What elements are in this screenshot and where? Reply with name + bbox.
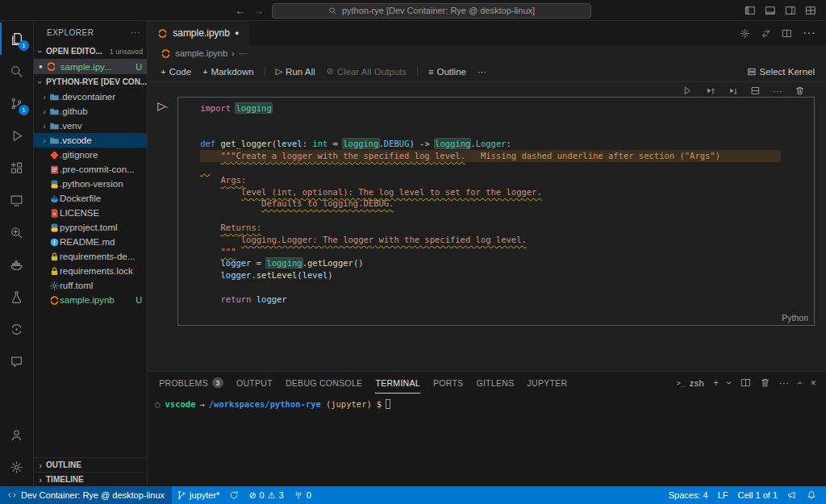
tree-item-.vscode[interactable]: ›.vscode — [34, 133, 147, 148]
more-actions-icon[interactable]: ··· — [773, 86, 782, 96]
tree-item-.github[interactable]: ›.github — [34, 104, 147, 119]
kill-terminal-icon[interactable] — [760, 377, 770, 388]
history-back-button[interactable]: ← — [235, 5, 245, 17]
select-kernel-button[interactable]: Select Kernel — [742, 65, 826, 78]
code-line-8[interactable]: level (int, optional): The log level to … — [200, 186, 814, 198]
more-actions-button[interactable]: ··· — [473, 65, 491, 78]
git-branch-status[interactable]: jupyter* — [172, 486, 224, 504]
compare-icon[interactable] — [761, 28, 771, 39]
tree-item-.venv[interactable]: ›.venv — [34, 119, 147, 133]
execute-below-icon[interactable] — [728, 85, 738, 96]
activity-item-run-and-debug[interactable] — [0, 119, 33, 152]
breadcrumb-more[interactable]: ··· — [239, 48, 248, 58]
tree-item-Dockerfile[interactable]: Dockerfile — [34, 191, 147, 206]
add-markdown-cell-button[interactable]: + Markdown — [198, 65, 259, 78]
breadcrumb-file[interactable]: sample.ipynb — [175, 48, 227, 58]
activity-item-accounts[interactable] — [0, 419, 33, 451]
remote-indicator[interactable]: Dev Container: Rye @ desktop-linux — [0, 486, 172, 504]
delete-cell-icon[interactable] — [795, 85, 805, 96]
panel-tab-ports[interactable]: PORTS — [433, 372, 463, 394]
activity-item-source-control[interactable]: 1 — [0, 87, 33, 119]
gear-icon[interactable] — [740, 28, 750, 39]
code-line-13[interactable]: """ — [200, 246, 814, 258]
code-line-2[interactable] — [200, 115, 814, 127]
tree-item-README.md[interactable]: README.md — [34, 235, 147, 249]
tree-item-requirements-de...[interactable]: requirements-de... — [34, 249, 147, 264]
code-line-7[interactable]: Args: — [200, 174, 814, 186]
workspace-header[interactable]: › PYTHON-RYE [DEV CON... — [34, 74, 147, 90]
ports-status[interactable]: 0 — [289, 486, 316, 504]
command-decoration-icon[interactable]: ○ — [155, 399, 160, 409]
open-editors-header[interactable]: › OPEN EDITO... 1 unsaved — [34, 44, 147, 59]
code-line-5[interactable]: """Create a logger with the specified lo… — [200, 150, 814, 162]
toggle-secondary-sidebar-icon[interactable] — [785, 5, 796, 16]
tree-item-sample.ipynb[interactable]: sample.ipynbU — [34, 293, 147, 307]
sync-changes-button[interactable] — [224, 486, 244, 504]
split-terminal-icon[interactable] — [740, 377, 751, 388]
more-actions-icon[interactable]: ··· — [803, 26, 816, 40]
cell-indicator[interactable]: Cell 1 of 1 — [732, 486, 782, 504]
tree-item-LICENSE[interactable]: LICENSE — [34, 206, 147, 220]
activity-item-explorer[interactable]: 1 — [0, 23, 33, 55]
run-by-line-icon[interactable] — [682, 85, 693, 96]
history-forward-button[interactable]: → — [253, 5, 264, 17]
tree-item-pyproject.toml[interactable]: pyproject.toml — [34, 220, 147, 235]
breadcrumb[interactable]: sample.ipynb › ··· — [148, 45, 826, 61]
run-cell-button[interactable]: ▷ › — [157, 100, 168, 111]
open-editor-item[interactable]: ● sample.ipy... U — [34, 59, 147, 74]
activity-item-gitlens[interactable] — [0, 216, 33, 248]
code-lines[interactable]: import loggingdef get_logger(level: int … — [178, 98, 814, 306]
add-code-cell-button[interactable]: + Code — [156, 65, 196, 78]
problems-status[interactable]: ⊘ 0 ⚠ 3 — [244, 486, 288, 504]
panel-tab-terminal[interactable]: TERMINAL — [375, 372, 420, 394]
more-actions-icon[interactable]: ··· — [131, 27, 141, 37]
code-line-10[interactable] — [200, 210, 814, 222]
code-line-12[interactable]: logging.Logger: The logger with the spec… — [200, 234, 814, 246]
tree-item-.pre-commit-con...[interactable]: .pre-commit-con... — [34, 162, 147, 177]
split-editor-icon[interactable] — [782, 28, 792, 39]
activity-item-docker[interactable] — [0, 248, 33, 281]
code-cell[interactable]: import loggingdef get_logger(level: int … — [177, 97, 815, 326]
customize-layout-icon[interactable] — [805, 5, 816, 16]
run-all-button[interactable]: ▷ Run All — [271, 65, 320, 78]
tab-sample-ipynb[interactable]: sample.ipynb ● — [148, 21, 248, 45]
cell-language-picker[interactable]: Python — [782, 313, 808, 323]
split-cell-icon[interactable] — [750, 85, 761, 96]
activity-item-testing[interactable] — [0, 281, 33, 313]
terminal-dropdown-icon[interactable]: › — [724, 381, 734, 384]
code-line-6[interactable] — [200, 162, 814, 174]
code-line-15[interactable]: logger.setLevel(level) — [200, 269, 814, 281]
code-line-11[interactable]: Returns: — [200, 222, 814, 234]
clear-all-outputs-button[interactable]: ⊘ Clear All Outputs — [322, 65, 412, 78]
code-line-3[interactable] — [200, 127, 814, 139]
code-line-9[interactable]: Defaults to logging.DEBUG. — [200, 198, 814, 210]
tree-item-requirements.lock[interactable]: requirements.lock — [34, 264, 147, 278]
tree-item-.gitignore[interactable]: .gitignore — [34, 148, 147, 162]
announcement-button[interactable] — [782, 486, 802, 504]
activity-item-search[interactable] — [0, 55, 33, 87]
toggle-sidebar-icon[interactable] — [745, 5, 756, 16]
activity-item-settings[interactable] — [0, 451, 33, 483]
code-line-16[interactable] — [200, 281, 814, 294]
activity-item-comments[interactable] — [0, 345, 33, 377]
close-panel-icon[interactable]: × — [811, 378, 816, 388]
activity-item-remote-explorer[interactable] — [0, 184, 33, 216]
code-line-14[interactable]: logger = logging.getLogger() — [200, 257, 814, 269]
maximize-panel-icon[interactable]: › — [795, 381, 805, 384]
indentation-status[interactable]: Spaces: 4 — [664, 486, 713, 504]
outline-section-header[interactable]: › OUTLINE — [34, 457, 147, 472]
outline-button[interactable]: ≡ Outline — [423, 65, 471, 78]
panel-tab-debug-console[interactable]: DEBUG CONSOLE — [286, 372, 363, 394]
new-terminal-icon[interactable]: + — [713, 378, 719, 388]
eol-status[interactable]: LF — [713, 486, 733, 504]
tree-item-ruff.toml[interactable]: ruff.toml — [34, 278, 147, 293]
code-line-17[interactable]: return logger — [200, 294, 814, 306]
panel-tab-problems[interactable]: PROBLEMS3 — [159, 372, 223, 394]
toggle-panel-icon[interactable] — [765, 5, 776, 16]
panel-tab-jupyter[interactable]: JUPYTER — [527, 372, 567, 394]
unsaved-dot-icon[interactable]: ● — [235, 30, 239, 37]
activity-item-extensions[interactable] — [0, 152, 33, 184]
tree-item-.devcontainer[interactable]: ›.devcontainer — [34, 90, 147, 104]
panel-tab-gitlens[interactable]: GITLENS — [476, 372, 514, 394]
terminal-shell-item[interactable]: >_ zsh — [676, 378, 703, 388]
